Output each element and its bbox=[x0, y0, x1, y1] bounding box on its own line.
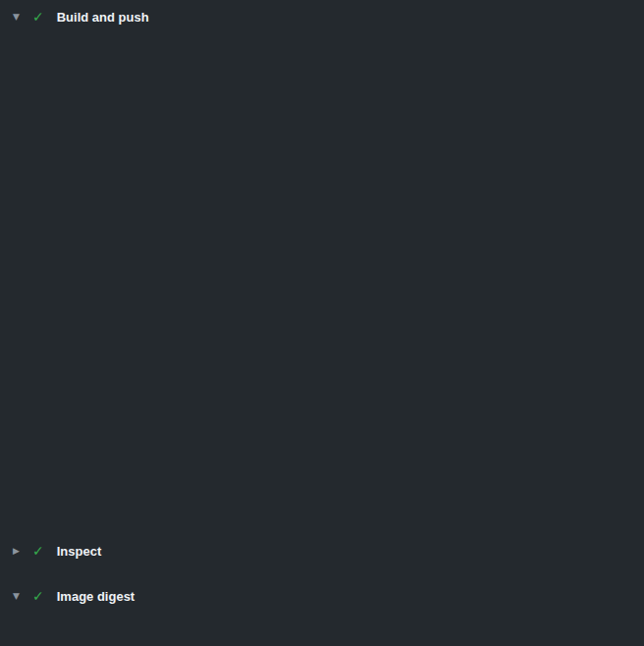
log-line: 37#4 DONE 0.4s bbox=[0, 463, 644, 481]
log-line: 38 bbox=[0, 481, 644, 499]
section-header-inspect[interactable]: ▶ ✓ Inspect bbox=[0, 536, 644, 565]
log-line: 30#4 resolve docker.io/library/alpine@sh… bbox=[0, 340, 644, 357]
section-header-build-and-push[interactable]: ▼ ✓ Build and push bbox=[0, 0, 644, 33]
log-line: 17/usr/bin/docker buildx build --tag loc… bbox=[0, 110, 644, 128]
check-icon: ✓ bbox=[32, 543, 44, 559]
section-title-image-digest: Image digest bbox=[57, 589, 134, 604]
log-line: 24#1 DONE 0.0s bbox=[0, 234, 644, 251]
section-build-and-push: ▼ ✓ Build and push 1▶Run ./ 14📌Using bui… bbox=[0, 0, 644, 536]
actions-log-viewer: ▼ ✓ Build and push 1▶Run ./ 14📌Using bui… bbox=[0, 0, 644, 646]
log-line: 29#4 [1/2] FROM docker.io/library/alpine… bbox=[0, 322, 644, 340]
log-line: 40#5 0.060 Hello world! bbox=[0, 516, 644, 534]
chevron-down-icon[interactable]: ▼ bbox=[9, 591, 24, 601]
log-line: 4sha256:e7ff8834a5963a2785c5a0811e979d16… bbox=[0, 628, 644, 646]
section-header-image-digest[interactable]: ▼ ✓ Image digest bbox=[0, 581, 644, 611]
check-icon: ✓ bbox=[32, 9, 44, 25]
log-line: 27#3 DONE 0.4s bbox=[0, 287, 644, 304]
section-inspect: ▶ ✓ Inspect bbox=[0, 536, 644, 565]
section-title-inspect: Inspect bbox=[57, 544, 102, 559]
section-title-build-and-push: Build and push bbox=[57, 10, 149, 25]
log-line: 35#4 unpacking docker.io/library/alpine@… bbox=[0, 428, 644, 446]
log-line: 34#4 sha256:185518070891758909c9f839cf4c… bbox=[0, 410, 644, 428]
log-line: 26#3 [internal] load metadata for docker… bbox=[0, 269, 644, 287]
log-line: 32#4 sha256:df20fa9351a15782c64e6dddb2d4… bbox=[0, 375, 644, 393]
log-line: 20#2 DONE 0.0s bbox=[0, 163, 644, 181]
log-line: 23#1 transferring context: 2B 0.0s done bbox=[0, 216, 644, 234]
log-lines-build-and-push: 1▶Run ./ 14📌Using builder instance build… bbox=[0, 33, 644, 536]
chevron-right-icon[interactable]: ▶ bbox=[9, 546, 24, 556]
log-line: 18#2 [internal] load build definition fr… bbox=[0, 128, 644, 145]
chevron-down-icon[interactable]: ▼ bbox=[9, 12, 24, 22]
log-line: 19#2 transferring dockerfile: 74B 0.0s d… bbox=[0, 145, 644, 163]
log-line: 14📌Using builder instance builder-single… bbox=[0, 57, 644, 75]
check-icon: ✓ bbox=[32, 588, 44, 604]
log-line: 36#4 unpacking docker.io/library/alpine@… bbox=[0, 446, 644, 463]
log-line: 16🏃Starting build... bbox=[0, 92, 644, 110]
log-line: 39#5 [2/2] RUN echo "Hello world!" bbox=[0, 499, 644, 516]
log-line: 15/usr/bin/docker buildx use --builder b… bbox=[0, 75, 644, 92]
log-line: 25 bbox=[0, 251, 644, 269]
log-line: 31#4 sha256:a15790640a6690aa1730c38cf0a4… bbox=[0, 357, 644, 375]
section-image-digest: ▼ ✓ Image digest 1▶Run echo sha256:e7ff8… bbox=[0, 581, 644, 646]
log-lines-image-digest: 1▶Run echo sha256:e7ff8834a5963a2785c5a0… bbox=[0, 611, 644, 646]
log-line: 33#4 sha256:a24bb4013296f61e89ba57005a7b… bbox=[0, 393, 644, 410]
log-line: 21 bbox=[0, 181, 644, 198]
log-line: 28 bbox=[0, 304, 644, 322]
log-line: 1▶Run ./ bbox=[0, 39, 644, 57]
log-line: 1▶Run echo sha256:e7ff8834a5963a2785c5a0… bbox=[0, 611, 644, 628]
log-line: 22#1 [internal] load .dockerignore bbox=[0, 198, 644, 216]
